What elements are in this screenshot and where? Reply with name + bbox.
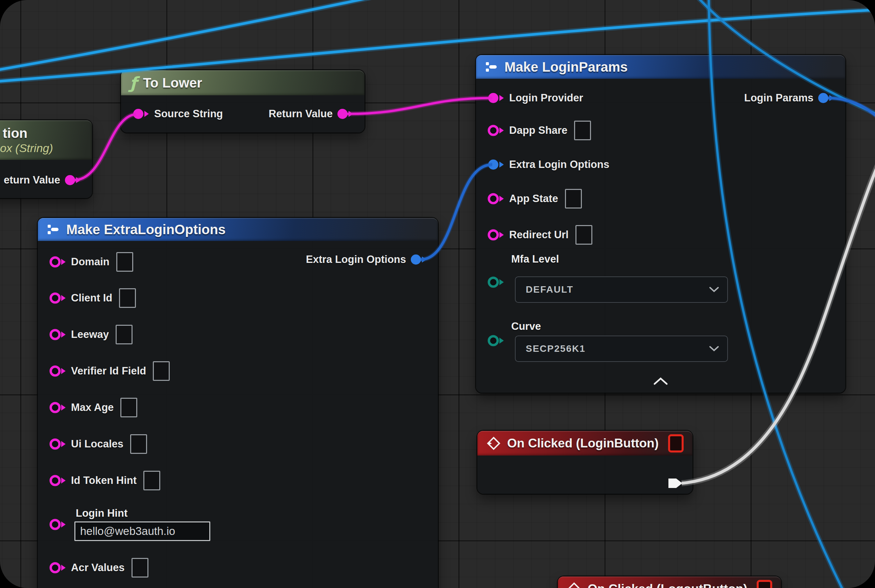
client-id-pin-label: Client Id: [71, 292, 112, 304]
verifier-id-field-input-pin[interactable]: [50, 364, 67, 378]
node-on-clicked-logout-button-header: On Clicked (LogoutButton): [558, 576, 781, 588]
widget-binding-icon: [757, 580, 772, 588]
mfa-level-value: DEFAULT: [526, 284, 573, 295]
curve-input-pin[interactable]: [487, 334, 505, 347]
exec-output-pin[interactable]: [668, 477, 684, 490]
node-make-login-params[interactable]: Make LoginParams Login Params Login Prov…: [476, 55, 845, 393]
redirect-url-input-pin[interactable]: [487, 228, 505, 242]
leeway-checkbox[interactable]: [116, 325, 132, 344]
login-hint-text-field[interactable]: [74, 521, 210, 541]
source-string-pin-label: Source String: [154, 108, 223, 120]
curve-label: Curve: [511, 320, 541, 333]
node-make-extra-login-options-header: Make ExtraLoginOptions: [38, 218, 438, 241]
leeway-input-pin[interactable]: [50, 328, 67, 341]
chevron-down-icon: [709, 286, 719, 292]
mfa-level-input-pin[interactable]: [487, 275, 505, 289]
max-age-checkbox[interactable]: [120, 398, 137, 417]
node-make-extra-login-options-title: Make ExtraLoginOptions: [66, 222, 226, 237]
node-on-clicked-login-button-title: On Clicked (LoginButton): [507, 436, 659, 450]
acr-values-input-pin[interactable]: [50, 561, 67, 574]
node-on-clicked-login-button[interactable]: On Clicked (LoginButton): [477, 431, 692, 494]
max-age-pin-label: Max Age: [71, 402, 114, 414]
login-provider-pin-label: Login Provider: [509, 92, 583, 104]
ui-locales-checkbox[interactable]: [130, 434, 147, 454]
domain-input-pin[interactable]: [50, 255, 67, 268]
redirect-url-checkbox[interactable]: [576, 225, 592, 244]
node-to-lower-title: To Lower: [143, 75, 202, 91]
make-struct-icon: [485, 60, 498, 74]
mfa-level-label: Mfa Level: [511, 253, 559, 265]
blueprint-graph-canvas[interactable]: tion ox (String) eturn Value ƒ To Lower …: [0, 0, 875, 588]
return-value-pin-label: eturn Value: [4, 174, 60, 186]
function-icon: ƒ: [130, 75, 137, 91]
acr-values-checkbox[interactable]: [132, 558, 149, 578]
chevron-down-icon: [709, 346, 719, 352]
node-make-extra-login-options[interactable]: Make ExtraLoginOptions Extra Login Optio…: [38, 218, 438, 588]
wire-cyan-diagonal-steep[interactable]: [0, 0, 403, 71]
domain-checkbox[interactable]: [116, 252, 133, 272]
ui-locales-pin-label: Ui Locales: [71, 438, 123, 450]
max-age-input-pin[interactable]: [50, 401, 67, 414]
node-on-clicked-logout-button-title: On Clicked (LogoutButton): [588, 582, 747, 588]
client-id-checkbox[interactable]: [119, 288, 136, 308]
curve-dropdown[interactable]: SECP256K1: [515, 336, 728, 362]
domain-pin-label: Domain: [71, 256, 110, 268]
dapp-share-checkbox[interactable]: [574, 121, 591, 140]
id-token-hint-pin-label: Id Token Hint: [71, 474, 137, 487]
make-struct-icon: [47, 223, 60, 236]
dapp-share-pin-label: Dapp Share: [509, 124, 567, 136]
leeway-pin-label: Leeway: [71, 328, 109, 340]
login-params-pin-label: Login Params: [744, 92, 813, 104]
verifier-id-field-pin-label: Verifier Id Field: [71, 365, 146, 377]
redirect-url-pin-label: Redirect Url: [509, 229, 569, 241]
event-icon: [567, 582, 582, 588]
login-hint-input-pin[interactable]: [50, 518, 67, 531]
id-token-hint-checkbox[interactable]: [143, 471, 160, 490]
node-on-clicked-login-button-header: On Clicked (LoginButton): [477, 431, 692, 456]
node-on-clicked-logout-button[interactable]: On Clicked (LogoutButton): [558, 576, 781, 588]
verifier-id-field-checkbox[interactable]: [153, 361, 170, 381]
app-state-checkbox[interactable]: [565, 189, 582, 208]
app-state-input-pin[interactable]: [487, 192, 505, 206]
app-state-pin-label: App State: [509, 193, 558, 205]
acr-values-pin-label: Acr Values: [71, 562, 125, 574]
node-partial-function-subtitle: ox (String): [0, 142, 53, 155]
curve-value: SECP256K1: [526, 344, 586, 354]
widget-binding-icon: [668, 434, 684, 453]
extra-login-options-pin-label: Extra Login Options: [509, 159, 609, 171]
login-hint-label: Login Hint: [76, 507, 128, 519]
node-to-lower[interactable]: ƒ To Lower Source String Return Value: [121, 70, 364, 132]
node-partial-function-title: tion: [3, 126, 27, 141]
dapp-share-input-pin[interactable]: [487, 124, 505, 137]
extra-login-options-pin-label: Extra Login Options: [306, 254, 406, 266]
node-partial-function-header: tion ox (String): [0, 120, 92, 160]
node-partial-function[interactable]: tion ox (String) eturn Value: [0, 120, 92, 198]
node-make-login-params-title: Make LoginParams: [504, 60, 628, 75]
return-value-pin-label: Return Value: [269, 108, 333, 120]
wire-return-value-to-login-provider[interactable]: [347, 98, 492, 114]
collapse-node-button[interactable]: [652, 377, 669, 386]
ui-locales-input-pin[interactable]: [50, 437, 67, 451]
client-id-input-pin[interactable]: [50, 291, 67, 305]
event-icon: [486, 436, 501, 451]
id-token-hint-input-pin[interactable]: [50, 474, 67, 487]
mfa-level-dropdown[interactable]: DEFAULT: [515, 276, 728, 303]
node-to-lower-header: ƒ To Lower: [121, 70, 364, 95]
